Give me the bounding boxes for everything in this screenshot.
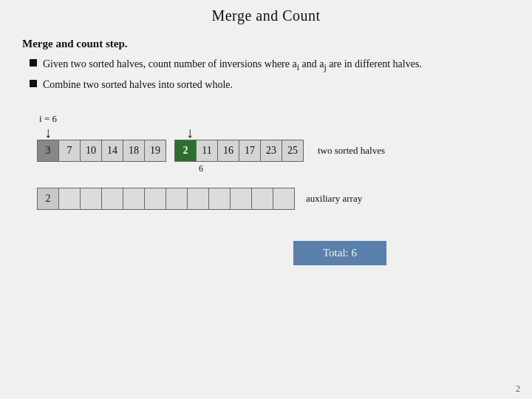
- aux-cell-6: [166, 188, 188, 210]
- page: Merge and Count Merge and count step. Gi…: [0, 0, 532, 399]
- two-sorted-label: two sorted halves: [318, 145, 385, 157]
- left-cell-4: 18: [123, 140, 145, 162]
- left-cell-2: 10: [80, 140, 102, 162]
- right-array: 2 11 16 17 23 25: [174, 140, 303, 162]
- aux-label: auxiliary array: [306, 193, 362, 205]
- section-heading: Merge and count step.: [22, 38, 510, 50]
- arrays-row: 3 7 10 14 18 19 2 11 16 17 23 25 two sor…: [37, 140, 510, 162]
- aux-cell-5: [144, 188, 166, 210]
- right-val-4: 23: [266, 145, 276, 157]
- right-val-0: 2: [183, 145, 188, 157]
- bullet-text-2: Combine two sorted halves into sorted wh…: [43, 77, 233, 92]
- bullet-list: Given two sorted halves, count number of…: [30, 56, 510, 92]
- right-cell-0: 2: [174, 140, 197, 162]
- right-cell-2: 16: [217, 140, 239, 162]
- j-arrow: ↓: [186, 125, 194, 140]
- right-cell-1: 11: [196, 140, 218, 162]
- right-val-3: 17: [245, 145, 255, 157]
- j-sub-label: 6: [190, 163, 212, 174]
- aux-cell-8: [208, 188, 231, 210]
- bullet-item-1: Given two sorted halves, count number of…: [30, 56, 510, 74]
- aux-section: 2 auxiliary array: [37, 188, 510, 210]
- right-cell-4: 23: [260, 140, 282, 162]
- left-val-1: 7: [67, 145, 72, 157]
- left-val-0: 3: [46, 145, 51, 157]
- page-number: 2: [516, 383, 520, 395]
- left-array: 3 7 10 14 18 19: [37, 140, 166, 162]
- aux-cell-0: 2: [37, 188, 59, 210]
- i-label: i = 6: [39, 113, 57, 125]
- aux-cell-11: [273, 188, 295, 210]
- right-val-2: 16: [223, 145, 233, 157]
- bullet-item-2: Combine two sorted halves into sorted wh…: [30, 77, 510, 92]
- aux-cell-9: [230, 188, 252, 210]
- left-val-5: 19: [150, 145, 160, 157]
- i-indicator: i = 6 ↓: [37, 113, 59, 140]
- aux-cell-2: [80, 188, 102, 210]
- aux-cell-7: [187, 188, 209, 210]
- right-val-5: 25: [287, 145, 298, 157]
- page-title: Merge and Count: [22, 7, 510, 24]
- left-cell-3: 14: [101, 140, 123, 162]
- right-cell-3: 17: [239, 140, 261, 162]
- left-val-2: 10: [86, 145, 96, 157]
- left-val-3: 14: [107, 145, 117, 157]
- bullet-icon-2: [30, 80, 37, 87]
- left-val-4: 18: [129, 145, 139, 157]
- right-cell-5: 25: [282, 140, 304, 162]
- total-bar: Total: 6: [293, 241, 386, 265]
- aux-cell-10: [251, 188, 273, 210]
- left-cell-5: 19: [144, 140, 166, 162]
- aux-cell-1: [58, 188, 81, 210]
- j-indicator: ↓: [179, 110, 201, 140]
- aux-val-0: 2: [46, 193, 51, 205]
- left-cell-1: 7: [58, 140, 81, 162]
- right-val-1: 11: [202, 145, 211, 157]
- aux-cell-3: [101, 188, 123, 210]
- aux-cell-4: [123, 188, 145, 210]
- total-row: Total: 6: [22, 226, 510, 265]
- i-arrow: ↓: [44, 125, 52, 140]
- array-section: i = 6 ↓ ↓ 3 7 10 14 18 19: [37, 107, 510, 174]
- bullet-icon-1: [30, 59, 37, 66]
- bullet-text-1: Given two sorted halves, count number of…: [43, 56, 422, 74]
- j-sub-row: 6: [37, 163, 510, 174]
- left-cell-0: 3: [37, 140, 59, 162]
